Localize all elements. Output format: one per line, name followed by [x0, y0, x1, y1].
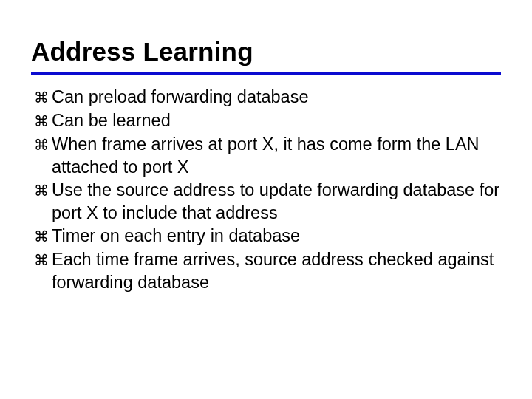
bullet-icon: ⌘: [34, 225, 49, 248]
bullet-icon: ⌘: [34, 133, 49, 157]
list-item: ⌘ Timer on each entry in database: [34, 225, 501, 248]
bullet-icon: ⌘: [34, 179, 49, 202]
list-item: ⌘ Use the source address to update forwa…: [34, 179, 501, 225]
bullet-icon: ⌘: [34, 109, 49, 133]
list-item: ⌘ Can be learned: [34, 109, 501, 133]
list-item: ⌘ Can preload forwarding database: [34, 86, 501, 109]
slide-title: Address Learning: [31, 37, 501, 66]
bullet-text: Each time frame arrives, source address …: [52, 248, 501, 294]
list-item: ⌘ Each time frame arrives, source addres…: [34, 248, 501, 294]
bullet-text: Can be learned: [52, 109, 171, 132]
bullet-text: Can preload forwarding database: [52, 86, 309, 109]
bullet-text: When frame arrives at port X, it has com…: [52, 133, 501, 179]
slide: Address Learning ⌘ Can preload forwardin…: [0, 0, 532, 399]
bullet-list: ⌘ Can preload forwarding database ⌘ Can …: [31, 86, 501, 294]
bullet-text: Timer on each entry in database: [52, 225, 300, 248]
title-underline: [31, 72, 501, 75]
bullet-text: Use the source address to update forward…: [52, 179, 501, 225]
bullet-icon: ⌘: [34, 86, 49, 109]
bullet-icon: ⌘: [34, 248, 49, 272]
list-item: ⌘ When frame arrives at port X, it has c…: [34, 133, 501, 179]
